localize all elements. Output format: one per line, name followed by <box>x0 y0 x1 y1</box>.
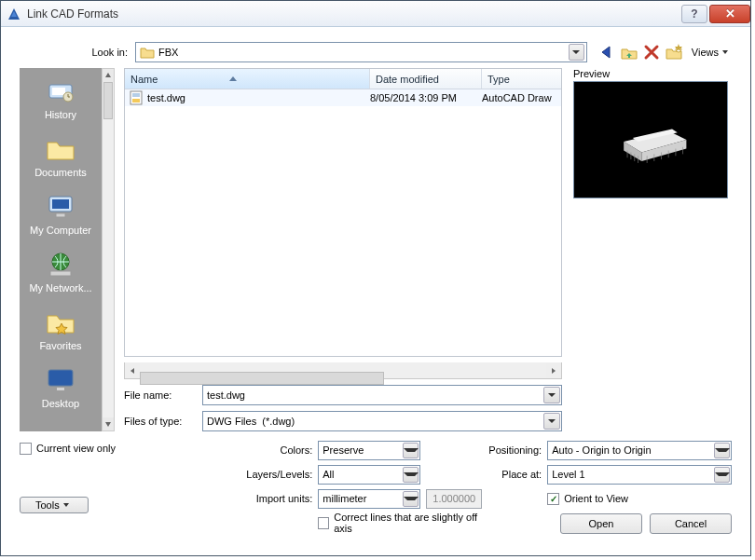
preview-label: Preview <box>573 68 732 79</box>
dwg-file-icon <box>129 90 144 105</box>
lookin-label: Look in: <box>20 47 135 58</box>
lookin-combo[interactable]: FBX <box>135 42 587 62</box>
svg-rect-7 <box>56 213 65 217</box>
preview-pane <box>573 81 728 198</box>
svg-rect-6 <box>52 199 69 209</box>
app-icon <box>7 7 21 21</box>
places-documents[interactable]: Documents <box>20 126 102 184</box>
window-title: Link CAD Formats <box>27 7 680 20</box>
file-date: 8/05/2014 3:09 PM <box>370 92 482 103</box>
file-list-hscroll[interactable] <box>124 362 562 379</box>
placeat-select[interactable]: Level 1 <box>547 465 732 485</box>
open-button[interactable]: Open <box>560 513 642 534</box>
network-icon <box>45 249 76 280</box>
filetype-combo[interactable] <box>202 411 562 431</box>
filename-combo[interactable] <box>202 385 562 405</box>
back-icon[interactable] <box>598 44 615 61</box>
favorites-icon <box>45 307 76 338</box>
new-folder-icon[interactable]: ★ <box>666 44 682 61</box>
file-name: test.dwg <box>147 92 185 103</box>
svg-rect-11 <box>57 388 64 390</box>
views-menu[interactable]: Views <box>688 47 732 58</box>
current-view-only-checkbox[interactable]: Current view only <box>20 439 215 458</box>
file-type: AutoCAD Draw <box>482 92 561 103</box>
views-label: Views <box>692 47 719 58</box>
close-button[interactable]: ✕ <box>709 5 750 23</box>
file-list-header: Name Date modified Type <box>125 69 561 89</box>
units-select[interactable]: millimeter <box>318 489 420 509</box>
column-date[interactable]: Date modified <box>370 69 482 89</box>
lookin-dropdown-icon[interactable] <box>569 44 584 61</box>
sort-asc-icon <box>229 76 237 81</box>
scroll-thumb[interactable] <box>140 372 384 385</box>
chevron-down-icon <box>63 503 69 507</box>
chevron-down-icon <box>722 50 728 54</box>
scroll-down-icon[interactable] <box>103 417 114 430</box>
checkbox-icon <box>318 517 329 529</box>
places-desktop[interactable]: Desktop <box>20 357 102 415</box>
desktop-icon <box>45 364 76 396</box>
up-folder-icon[interactable] <box>621 44 638 61</box>
filetype-value <box>203 416 543 427</box>
title-bar[interactable]: Link CAD Formats ? ✕ <box>1 1 750 27</box>
svg-text:★: ★ <box>674 44 682 53</box>
delete-icon[interactable] <box>643 44 660 61</box>
positioning-label: Positioning: <box>482 444 547 456</box>
scroll-thumb[interactable] <box>103 82 113 119</box>
computer-icon <box>45 191 76 223</box>
dialog-window: Link CAD Formats ? ✕ Look in: FBX <box>0 0 751 556</box>
scroll-right-icon[interactable] <box>546 363 561 378</box>
chevron-down-icon[interactable] <box>403 491 419 507</box>
filetype-label: Files of type: <box>124 416 202 427</box>
history-icon <box>45 75 76 107</box>
layers-label: Layers/Levels: <box>215 469 318 480</box>
places-history[interactable]: History <box>20 68 102 126</box>
svg-rect-13 <box>132 99 140 102</box>
cancel-button[interactable]: Cancel <box>650 513 732 534</box>
units-label: Import units: <box>215 493 318 504</box>
units-scale: 1.000000 <box>426 489 482 509</box>
colors-label: Colors: <box>215 444 318 456</box>
model-preview-icon <box>606 111 695 169</box>
file-list[interactable]: Name Date modified Type test.dwg 8/05/20… <box>124 68 562 357</box>
scroll-up-icon[interactable] <box>103 69 114 82</box>
folder-icon <box>140 45 155 60</box>
chevron-down-icon[interactable] <box>403 443 419 458</box>
column-type[interactable]: Type <box>482 69 561 89</box>
places-bar: History Documents My Computer My Network… <box>20 68 103 431</box>
chevron-down-icon[interactable] <box>543 413 560 430</box>
filename-label: File name: <box>124 389 202 401</box>
places-mycomputer[interactable]: My Computer <box>20 184 102 241</box>
svg-rect-9 <box>50 271 71 276</box>
chevron-down-icon[interactable] <box>714 467 730 483</box>
filename-input[interactable] <box>203 389 543 401</box>
column-name[interactable]: Name <box>125 69 370 89</box>
places-network[interactable]: My Network... <box>20 241 102 299</box>
lookin-value: FBX <box>158 47 569 58</box>
orient-to-view-checkbox[interactable]: ✓ Orient to View <box>547 489 628 508</box>
placeat-label: Place at: <box>482 469 547 480</box>
correct-lines-checkbox[interactable]: Correct lines that are slightly off axis <box>318 513 482 532</box>
help-button[interactable]: ? <box>681 5 707 23</box>
svg-rect-10 <box>48 370 73 386</box>
svg-rect-3 <box>52 88 65 95</box>
tools-menu[interactable]: Tools <box>20 497 89 513</box>
places-scrollbar[interactable] <box>102 68 115 431</box>
checkbox-icon <box>20 443 32 455</box>
positioning-select[interactable]: Auto - Origin to Origin <box>547 441 732 460</box>
colors-select[interactable]: Preserve <box>318 441 420 460</box>
layers-select[interactable]: All <box>318 465 420 485</box>
places-favorites[interactable]: Favorites <box>20 299 102 357</box>
file-row[interactable]: test.dwg 8/05/2014 3:09 PM AutoCAD Draw <box>125 89 561 106</box>
scroll-left-icon[interactable] <box>125 363 140 378</box>
chevron-down-icon[interactable] <box>403 467 419 483</box>
folder-icon <box>45 133 76 165</box>
chevron-down-icon[interactable] <box>714 443 730 458</box>
chevron-down-icon[interactable] <box>543 387 560 403</box>
checkbox-checked-icon: ✓ <box>547 493 559 505</box>
